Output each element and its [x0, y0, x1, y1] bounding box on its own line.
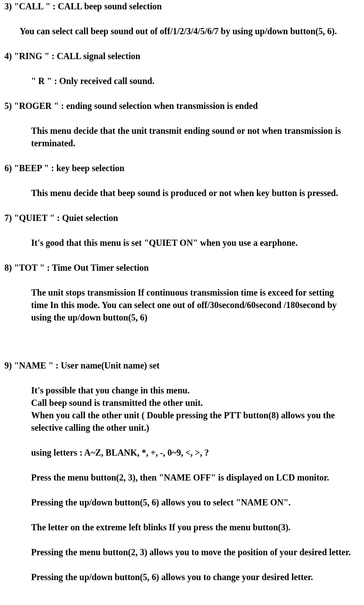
item-body-paragraph: using letters : A~Z, BLANK, *, +, -, 0~9… [31, 446, 353, 459]
menu-item-header: 5) "ROGER " : ending sound selection whe… [4, 100, 360, 112]
item-body-paragraph: The unit stops transmission If continuou… [31, 286, 353, 324]
spacer [4, 583, 360, 596]
item-body-paragraph: It's good that this menu is set "QUIET O… [31, 236, 353, 249]
spacer [4, 274, 360, 286]
spacer [4, 87, 360, 100]
spacer [4, 459, 360, 471]
item-body-paragraph: This menu decide that the unit transmit … [31, 124, 353, 149]
item-body-paragraph: Press the menu button(2, 3), then "NAME … [31, 471, 353, 484]
spacer [4, 509, 360, 521]
menu-item-header: 6) "BEEP " : key beep selection [4, 162, 360, 174]
spacer [4, 249, 360, 261]
menu-item-header: 3) "CALL " : CALL beep sound selection [4, 0, 360, 12]
item-title: "TOT " : Time Out Timer selection [14, 263, 149, 272]
item-number: 6) [4, 163, 12, 173]
spacer [4, 37, 360, 50]
spacer [4, 62, 360, 75]
item-body-paragraph: It's possible that you change in this me… [31, 384, 353, 397]
item-body-paragraph: This menu decide that beep sound is prod… [31, 187, 353, 199]
spacer [4, 224, 360, 236]
spacer [4, 484, 360, 496]
menu-item-header: 9) "NAME " : User name(Unit name) set [4, 359, 360, 372]
item-number: 9) [4, 361, 12, 370]
item-number: 5) [4, 101, 12, 111]
item-body-paragraph: The letter on the extreme left blinks If… [31, 521, 353, 533]
item-title: "BEEP " : key beep selection [14, 163, 124, 173]
spacer [4, 112, 360, 124]
spacer [4, 12, 360, 25]
item-number: 4) [4, 51, 12, 61]
item-number: 7) [4, 213, 12, 223]
item-body-paragraph: " R " : Only received call sound. [31, 75, 353, 87]
item-body-paragraph: Call beep sound is transmitted the other… [31, 397, 353, 409]
menu-item-header: 7) "QUIET " : Quiet selection [4, 212, 360, 224]
item-number: 3) [4, 1, 12, 11]
document-page: 3) "CALL " : CALL beep sound selectionYo… [0, 0, 364, 596]
spacer [4, 199, 360, 212]
spacer [4, 149, 360, 162]
spacer [4, 372, 360, 384]
item-title: "NAME " : User name(Unit name) set [14, 361, 160, 370]
item-number: 8) [4, 263, 12, 272]
spacer [4, 174, 360, 187]
menu-item-header: 8) "TOT " : Time Out Timer selection [4, 261, 360, 274]
item-body-paragraph: Pressing the up/down button(5, 6) allows… [31, 571, 353, 583]
spacer [4, 533, 360, 546]
item-body-paragraph: When you call the other unit ( Double pr… [31, 409, 353, 434]
item-body-paragraph: Pressing the menu button(2, 3) allows yo… [31, 546, 353, 558]
item-body-paragraph: You can select call beep sound out of of… [20, 25, 353, 37]
menu-item-header: 4) "RING " : CALL signal selection [4, 50, 360, 62]
item-title: "ROGER " : ending sound selection when t… [14, 101, 258, 111]
item-title: "RING " : CALL signal selection [14, 51, 140, 61]
item-title: "QUIET " : Quiet selection [14, 213, 118, 223]
spacer [4, 558, 360, 571]
item-body-paragraph: Pressing the up/down button(5, 6) allows… [31, 496, 353, 509]
item-title: "CALL " : CALL beep sound selection [14, 1, 162, 11]
spacer [4, 434, 360, 446]
spacer [4, 324, 360, 359]
